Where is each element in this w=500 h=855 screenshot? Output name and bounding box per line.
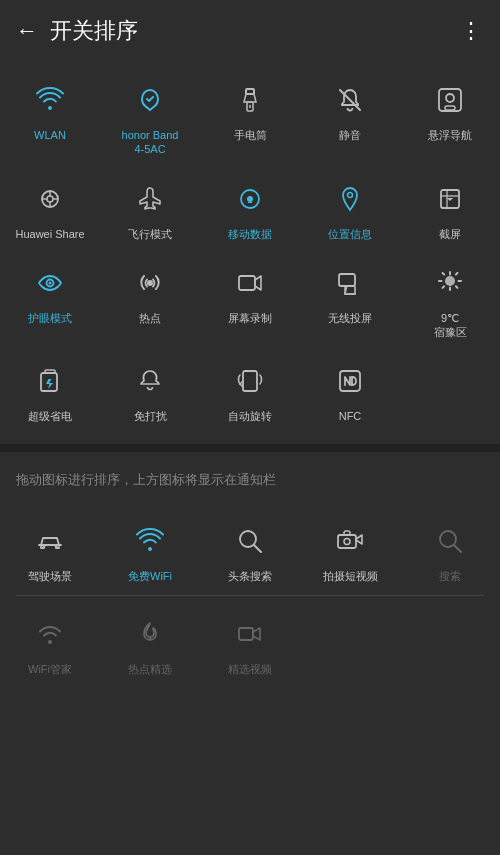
bottom-grid-row2: WiFi管家 热点精选 精选视频: [0, 596, 500, 688]
honor-band-label: honor Band4-5AC: [122, 128, 179, 157]
svg-point-45: [55, 544, 58, 547]
svg-point-49: [344, 538, 350, 544]
svg-line-33: [443, 273, 445, 275]
toggle-screen-record[interactable]: 屏幕录制: [200, 249, 300, 348]
toggle-free-wifi[interactable]: 免费WiFi: [100, 507, 200, 591]
eye-care-icon: [28, 261, 72, 305]
toggle-toutiao-search[interactable]: 头条搜索: [200, 507, 300, 591]
toggle-weather[interactable]: 9℃宿豫区: [400, 249, 500, 348]
toggle-silent[interactable]: 静音: [300, 66, 400, 165]
svg-line-51: [454, 545, 461, 552]
svg-rect-24: [339, 274, 355, 286]
featured-video-label: 精选视频: [228, 662, 272, 676]
toggle-featured-video[interactable]: 精选视频: [200, 600, 300, 684]
toggle-hot-selection[interactable]: 热点精选: [100, 600, 200, 684]
svg-line-35: [456, 273, 458, 275]
location-label: 位置信息: [328, 227, 372, 241]
wireless-proj-icon: [328, 261, 372, 305]
toggle-honor-band[interactable]: honor Band4-5AC: [100, 66, 200, 165]
toggle-wlan[interactable]: WLAN: [0, 66, 100, 165]
svg-point-44: [43, 544, 46, 547]
svg-rect-48: [338, 535, 356, 548]
toggle-hotspot[interactable]: 热点: [100, 249, 200, 348]
toggle-float-nav[interactable]: 悬浮导航: [400, 66, 500, 165]
super-save-label: 超级省电: [28, 409, 72, 423]
toggle-huawei-share[interactable]: Huawei Share: [0, 165, 100, 249]
mobile-data-label: 移动数据: [228, 227, 272, 241]
no-disturb-label: 免打扰: [134, 409, 167, 423]
search-label: 搜索: [439, 569, 461, 583]
toggle-short-video[interactable]: 拍摄短视频: [300, 507, 400, 591]
wifi-mgr-label: WiFi管家: [28, 662, 72, 676]
toggle-mobile-data[interactable]: 1 移动数据: [200, 165, 300, 249]
silent-icon: [328, 78, 372, 122]
svg-line-34: [456, 286, 458, 288]
grid-row-1: WLAN honor Band4-5AC 手电筒: [0, 66, 500, 165]
toggle-drive[interactable]: 驾驶场景: [0, 507, 100, 591]
eye-care-label: 护眼模式: [28, 311, 72, 325]
silent-label: 静音: [339, 128, 361, 142]
hot-selection-label: 热点精选: [128, 662, 172, 676]
wlan-icon: [28, 78, 72, 122]
camera-icon: [328, 519, 372, 563]
toggle-super-save[interactable]: 超级省电: [0, 347, 100, 431]
svg-point-22: [147, 280, 153, 286]
hotspot-label: 热点: [139, 311, 161, 325]
mobile-data-icon: 1: [228, 177, 272, 221]
free-wifi-icon: [128, 519, 172, 563]
svg-point-8: [47, 196, 53, 202]
drive-label: 驾驶场景: [28, 569, 72, 583]
screenshot-label: 截屏: [439, 227, 461, 241]
empty-cell-2: [300, 600, 400, 684]
toggle-eye-care[interactable]: 护眼模式: [0, 249, 100, 348]
screenshot-icon: [428, 177, 472, 221]
empty-cell-3: [400, 600, 500, 684]
svg-point-6: [446, 94, 454, 102]
flashlight-icon: [228, 78, 272, 122]
car-icon: [28, 519, 72, 563]
toggle-screenshot[interactable]: 截屏: [400, 165, 500, 249]
toggle-nfc[interactable]: NFC: [300, 347, 400, 431]
wireless-proj-label: 无线投屏: [328, 311, 372, 325]
toggle-flashlight[interactable]: 手电筒: [200, 66, 300, 165]
back-button[interactable]: ←: [16, 18, 38, 44]
wifi-mgr-icon: [28, 612, 72, 656]
svg-point-28: [445, 276, 455, 286]
toggle-airplane[interactable]: 飞行模式: [100, 165, 200, 249]
free-wifi-label: 免费WiFi: [128, 569, 172, 583]
svg-rect-4: [439, 89, 461, 111]
svg-line-36: [443, 286, 445, 288]
auto-rotate-icon: [228, 359, 272, 403]
search-dim-icon: [428, 519, 472, 563]
toutiao-search-label: 头条搜索: [228, 569, 272, 583]
toggle-location[interactable]: 位置信息: [300, 165, 400, 249]
empty-cell: [400, 347, 500, 431]
airplane-icon: [128, 177, 172, 221]
super-save-icon: [28, 359, 72, 403]
flashlight-label: 手电筒: [234, 128, 267, 142]
svg-point-21: [49, 281, 52, 284]
grid-row-2: Huawei Share 飞行模式 1 移动数据: [0, 165, 500, 249]
toggle-wifi-mgr[interactable]: WiFi管家: [0, 600, 100, 684]
grid-row-3: 护眼模式 热点 屏幕录制: [0, 249, 500, 348]
svg-rect-52: [239, 628, 253, 640]
svg-rect-39: [243, 371, 257, 391]
svg-rect-23: [239, 276, 255, 290]
weather-icon: [428, 261, 472, 305]
svg-rect-38: [45, 370, 55, 373]
grid-row-4: 超级省电 免打扰 自动旋转: [0, 347, 500, 431]
float-nav-icon: [428, 78, 472, 122]
toggle-search[interactable]: 搜索: [400, 507, 500, 591]
honor-band-icon: [128, 78, 172, 122]
header: ← 开关排序 ⋮: [0, 0, 500, 58]
toggle-wireless-proj[interactable]: 无线投屏: [300, 249, 400, 348]
location-icon: [328, 177, 372, 221]
toggle-auto-rotate[interactable]: 自动旋转: [200, 347, 300, 431]
auto-rotate-label: 自动旋转: [228, 409, 272, 423]
page-title: 开关排序: [50, 16, 460, 46]
more-button[interactable]: ⋮: [460, 18, 484, 44]
svg-rect-5: [445, 106, 455, 110]
hint-section: 拖动图标进行排序，上方图标将显示在通知栏: [0, 456, 500, 503]
toggle-no-disturb[interactable]: 免打扰: [100, 347, 200, 431]
hint-text: 拖动图标进行排序，上方图标将显示在通知栏: [16, 472, 276, 487]
